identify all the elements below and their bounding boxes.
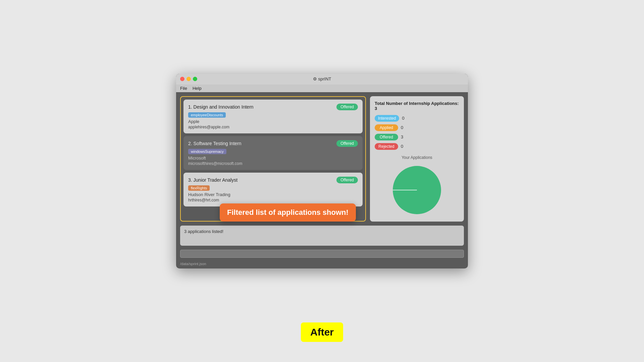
stat-count-interested: 0 bbox=[402, 116, 404, 121]
app-card-1[interactable]: 1. Design and Innovation Intern Offered … bbox=[183, 100, 363, 133]
card-3-perk: flexRights bbox=[188, 185, 210, 191]
stat-badge-applied: Applied bbox=[375, 124, 398, 131]
menu-bar: File Help bbox=[176, 84, 468, 92]
pie-chart bbox=[390, 163, 444, 217]
card-3-status: Offered bbox=[336, 177, 358, 183]
after-badge: After bbox=[301, 322, 343, 342]
card-2-status: Offered bbox=[336, 140, 358, 147]
minimize-button[interactable] bbox=[186, 77, 191, 81]
bottom-message-text: 3 applications listed! bbox=[184, 229, 223, 234]
card-2-company: Microsoft bbox=[188, 156, 358, 161]
window-title: ⚙ sprINT bbox=[313, 76, 331, 81]
stat-row-applied: Applied 0 bbox=[375, 124, 459, 131]
stat-count-offered: 3 bbox=[401, 134, 403, 139]
bottom-message-bar: 3 applications listed! bbox=[180, 226, 464, 246]
app-card-2[interactable]: 2. Software Testing Intern Offered windo… bbox=[183, 136, 363, 170]
menu-file[interactable]: File bbox=[180, 86, 187, 91]
stat-count-rejected: 0 bbox=[401, 144, 403, 149]
stats-panel: Total Number of Internship Applications:… bbox=[370, 96, 464, 222]
stat-badge-interested: Interested bbox=[375, 115, 399, 122]
card-1-email: applehires@apple.com bbox=[188, 125, 358, 129]
card-1-status: Offered bbox=[336, 104, 358, 110]
close-button[interactable] bbox=[180, 77, 184, 81]
maximize-button[interactable] bbox=[193, 77, 197, 81]
app-card-3[interactable]: 3. Junior Trader Analyst Offered flexRig… bbox=[183, 173, 363, 206]
app-icon: ⚙ bbox=[313, 76, 317, 81]
card-3-email: hrthires@hrt.com bbox=[188, 198, 358, 202]
chart-title: Your Applications bbox=[375, 155, 459, 160]
card-3-header: 3. Junior Trader Analyst Offered bbox=[188, 177, 358, 183]
app-window: ⚙ sprINT File Help 1. Design and Innovat… bbox=[176, 74, 468, 268]
card-3-company: Hudson River Trading bbox=[188, 192, 358, 197]
card-1-perk: employeeDiscounts bbox=[188, 112, 226, 118]
card-3-title: 3. Junior Trader Analyst bbox=[188, 177, 237, 183]
stat-badge-offered: Offered bbox=[375, 134, 398, 140]
card-2-title: 2. Software Testing Intern bbox=[188, 141, 241, 146]
stat-row-interested: Interested 0 bbox=[375, 115, 459, 122]
title-bar: ⚙ sprINT bbox=[176, 74, 468, 84]
stat-row-offered: Offered 3 bbox=[375, 134, 459, 140]
toast-notification: Filtered list of applications shown! bbox=[220, 203, 356, 222]
stat-badge-rejected: Rejected bbox=[375, 143, 398, 150]
app-title-text: sprINT bbox=[318, 76, 331, 81]
card-2-header: 2. Software Testing Intern Offered bbox=[188, 140, 358, 147]
filepath-label: /data/sprint.json bbox=[176, 260, 468, 268]
menu-help[interactable]: Help bbox=[193, 86, 202, 91]
card-2-email: microsofthires@microsoft.com bbox=[188, 161, 358, 166]
stat-row-rejected: Rejected 0 bbox=[375, 143, 459, 150]
card-1-header: 1. Design and Innovation Intern Offered bbox=[188, 104, 358, 110]
stat-count-applied: 0 bbox=[401, 125, 403, 130]
stats-title: Total Number of Internship Applications:… bbox=[375, 101, 459, 111]
card-2-perk: windowsSupremacy bbox=[188, 149, 226, 154]
chart-section: Your Applications bbox=[375, 155, 459, 217]
card-1-title: 1. Design and Innovation Intern bbox=[188, 104, 254, 110]
card-1-company: Apple bbox=[188, 119, 358, 124]
traffic-lights bbox=[180, 77, 197, 81]
applications-list: 1. Design and Innovation Intern Offered … bbox=[180, 96, 366, 222]
command-input[interactable] bbox=[180, 250, 464, 258]
